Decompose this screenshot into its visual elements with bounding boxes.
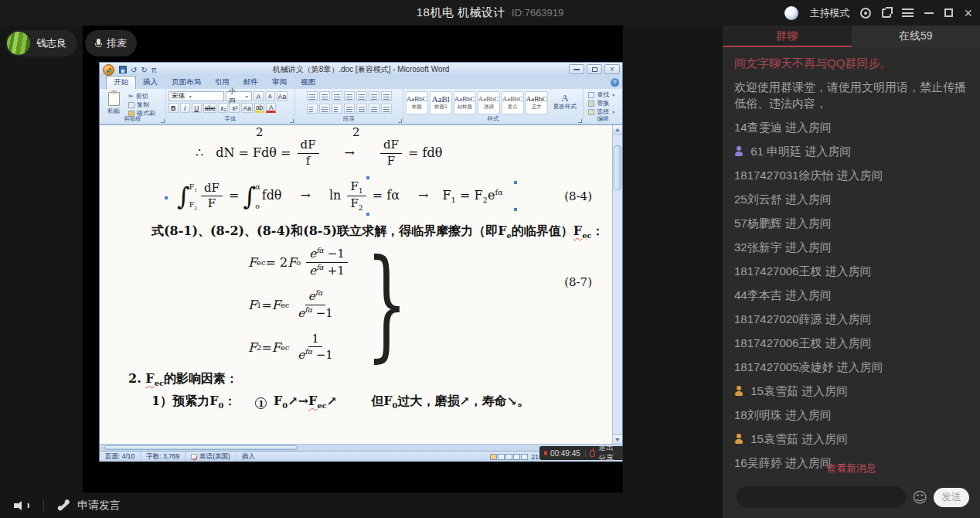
highlight-button[interactable]: ab: [254, 103, 264, 113]
style-item[interactable]: AaBbCcD强调: [478, 91, 500, 114]
tab-home[interactable]: 开始: [106, 76, 136, 89]
borders-icon[interactable]: [381, 104, 392, 114]
paste-button[interactable]: 粘贴: [102, 90, 125, 115]
chat-message: 32张新宇 进入房间: [734, 239, 968, 255]
chat-message: 1817427005凌婕妤 进入房间: [734, 359, 968, 375]
formula-f1: F1 = Fecefαefα −1: [248, 286, 350, 324]
copy-button[interactable]: 复制: [128, 101, 155, 109]
scrollbar-thumb[interactable]: [614, 145, 621, 190]
dialog-launcher-icon[interactable]: [161, 119, 165, 123]
menu-icon[interactable]: [902, 9, 914, 17]
close-icon[interactable]: ×: [964, 8, 972, 19]
web-layout-icon[interactable]: [505, 454, 512, 460]
bold-button[interactable]: B: [168, 103, 179, 113]
send-button[interactable]: 发送: [934, 488, 969, 507]
tab-view[interactable]: 视图: [294, 77, 322, 89]
fullscreen-reading-icon[interactable]: [498, 454, 505, 460]
increase-indent-icon[interactable]: [356, 91, 367, 101]
word-minimize-icon[interactable]: [569, 64, 584, 74]
user-avatar[interactable]: [784, 6, 798, 20]
bullets-icon[interactable]: [307, 91, 318, 101]
help-icon[interactable]: ?: [611, 78, 619, 87]
superscript-button[interactable]: x²: [230, 103, 240, 113]
host-mode-label[interactable]: 主持模式: [809, 6, 849, 20]
draft-view-icon[interactable]: [521, 454, 528, 460]
style-item[interactable]: AaBbCcDd正文: [526, 91, 548, 114]
chat-message: 14查雯迪 进入房间: [734, 119, 968, 135]
vertical-scrollbar[interactable]: [612, 125, 622, 444]
tab-page-layout[interactable]: 页面布局: [165, 77, 208, 89]
page-indicator[interactable]: 页面: 4/10: [100, 452, 141, 462]
language-indicator[interactable]: 英语(美国): [185, 452, 236, 462]
font-color-button[interactable]: A: [266, 103, 276, 113]
zoom-level[interactable]: 21: [532, 453, 539, 461]
queue-mic-button[interactable]: 排麦: [85, 30, 137, 56]
view-new-messages-link[interactable]: 查看新消息: [723, 462, 980, 475]
decrease-indent-icon[interactable]: [344, 91, 355, 101]
emoji-icon[interactable]: ☺: [912, 489, 927, 505]
member-badge-icon: [734, 146, 744, 156]
outline-view-icon[interactable]: [513, 454, 520, 460]
align-left-icon[interactable]: [307, 104, 318, 114]
shading-icon[interactable]: [369, 104, 379, 114]
word-count[interactable]: 字数: 3,769: [141, 452, 185, 462]
style-item[interactable]: AaBbC副标题: [454, 91, 476, 114]
italic-button[interactable]: I: [180, 103, 190, 113]
show-marks-icon[interactable]: [381, 91, 392, 101]
chat-message: 61 申明廷 进入房间: [734, 143, 968, 159]
font-size-select[interactable]: 小四▼: [226, 91, 252, 101]
multilevel-list-icon[interactable]: [332, 91, 342, 101]
tab-group-chat[interactable]: 群聊: [723, 26, 852, 47]
request-speak-button[interactable]: 申请发言: [58, 499, 121, 513]
align-right-icon[interactable]: [332, 104, 342, 114]
tab-insert[interactable]: 插入: [136, 77, 165, 89]
underline-button[interactable]: U: [192, 103, 202, 113]
style-item[interactable]: AaBbC标题: [406, 91, 428, 114]
style-item[interactable]: AaBl标题1: [430, 91, 452, 114]
document-page[interactable]: 2 2 ∴ dN = Fdθ = dFf→dFF = fdθ ∫F1F2dFF …: [100, 125, 612, 444]
scroll-up-icon[interactable]: [615, 128, 620, 131]
copy-icon: [128, 102, 134, 108]
sort-icon[interactable]: [369, 91, 379, 101]
replace-button[interactable]: 替换: [588, 99, 620, 107]
change-styles-icon: A: [561, 93, 568, 103]
scroll-down-icon[interactable]: [615, 438, 620, 441]
maximize-icon[interactable]: [944, 9, 953, 17]
font-name-select[interactable]: 宋体▼: [168, 91, 224, 101]
dialog-launcher-icon[interactable]: [578, 119, 582, 123]
justify-icon[interactable]: [344, 104, 355, 114]
print-layout-icon[interactable]: [490, 454, 497, 460]
stage-bottom-bar: 申请发言: [0, 492, 723, 518]
style-item[interactable]: AaBbCcD要点: [502, 91, 524, 114]
external-link-icon[interactable]: [882, 9, 891, 18]
chat-input[interactable]: [737, 486, 906, 508]
numbering-icon[interactable]: [319, 91, 330, 101]
strikethrough-button[interactable]: abc: [203, 103, 217, 113]
subscript-button[interactable]: x₂: [218, 103, 228, 113]
presenter-avatar[interactable]: [7, 32, 30, 55]
insert-mode[interactable]: 插入: [236, 452, 260, 462]
speaker-icon[interactable]: [14, 499, 29, 512]
settings-icon[interactable]: [860, 8, 871, 19]
scrollbar-thumb[interactable]: [104, 445, 298, 450]
cut-button[interactable]: ✂剪切: [128, 92, 155, 101]
tab-review[interactable]: 审阅: [265, 77, 294, 89]
shrink-font-button[interactable]: A: [265, 91, 275, 101]
minimize-icon[interactable]: [924, 12, 934, 14]
dialog-launcher-icon[interactable]: [290, 119, 294, 123]
ribbon-group-editing: 查找▼ 替换 选择▼ 编辑: [584, 89, 622, 124]
factors-detail-line: 1）预紧力F0：1 F0↗→Fec↗但F0过大，磨损↗，寿命↘。: [151, 394, 612, 410]
grow-font-button[interactable]: A: [254, 91, 264, 101]
change-styles-button[interactable]: A 更改样式: [550, 91, 580, 111]
exit-share-button[interactable]: 退出分享: [598, 442, 618, 464]
find-button[interactable]: 查找▼: [588, 90, 620, 99]
tab-online-count[interactable]: 在线59: [852, 26, 980, 47]
dialog-launcher-icon[interactable]: [398, 119, 402, 123]
line-spacing-icon[interactable]: [356, 104, 367, 114]
word-maximize-icon[interactable]: [587, 64, 602, 74]
change-case-button[interactable]: Aa: [241, 103, 252, 113]
clear-formatting-button[interactable]: Aa: [277, 91, 288, 101]
word-close-icon[interactable]: ×: [604, 64, 620, 74]
chat-message-list[interactable]: 间文字聊天不再与QQ群同步。 欢迎使用群课堂，请使用文明用语，禁止传播低俗、违法…: [723, 47, 980, 482]
align-center-icon[interactable]: [319, 104, 330, 114]
